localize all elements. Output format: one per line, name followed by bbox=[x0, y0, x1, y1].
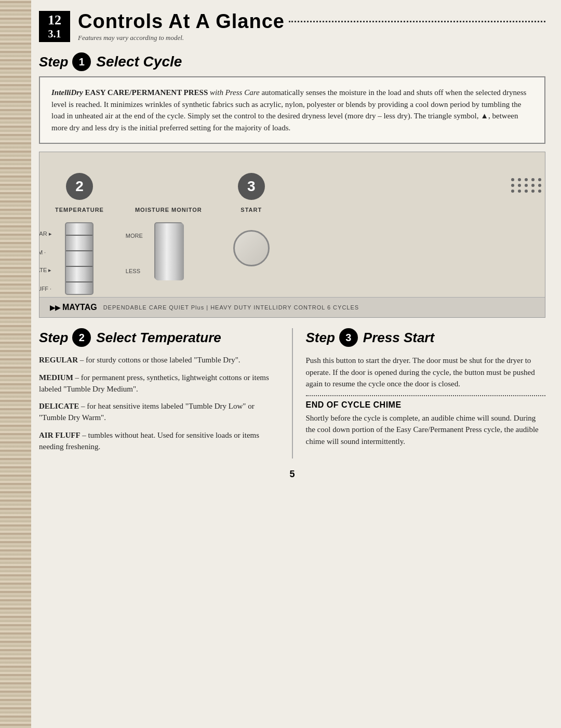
logo-top: 12 bbox=[48, 13, 61, 28]
step1-header: Step 1 Select Cycle bbox=[39, 52, 545, 71]
step3-text: Push this button to start the dryer. The… bbox=[306, 355, 546, 390]
page-number: 5 bbox=[39, 469, 545, 490]
brand-name-italic: IntelliDry bbox=[51, 88, 83, 97]
list-item: AIR FLUFF – tumbles without heat. Used f… bbox=[39, 430, 279, 453]
eoc-title: END OF CYCLE CHIME bbox=[306, 400, 546, 410]
dot bbox=[525, 184, 528, 187]
press-care-text: with Press Care bbox=[210, 88, 260, 97]
list-item: MEDIUM – for permanent press, synthetics… bbox=[39, 372, 279, 395]
moisture-labels: MORE LESS bbox=[126, 225, 143, 282]
less-label: LESS bbox=[126, 268, 143, 274]
delicate-term: DELICATE bbox=[39, 402, 79, 410]
more-label: MORE bbox=[126, 233, 143, 239]
opt-regular: REGULAR ▸ bbox=[39, 231, 52, 237]
control-panel: 2 TEMPERATURE REGULAR ▸ MEDIUM · DELICAT… bbox=[39, 152, 545, 305]
dots-decoration bbox=[511, 178, 542, 193]
dot bbox=[518, 184, 521, 187]
maytag-icon: ▶▶ bbox=[50, 304, 60, 312]
step2-title: Select Temperature bbox=[96, 330, 221, 346]
logo-box: 12 3.1 bbox=[39, 11, 70, 42]
step3-title: Press Start bbox=[363, 330, 434, 346]
step2-circle: 2 bbox=[66, 173, 93, 200]
end-of-cycle-section: END OF CYCLE CHIME Shortly before the cy… bbox=[306, 395, 546, 448]
airfluff-term: AIR FLUFF bbox=[39, 431, 81, 439]
start-button-visual bbox=[233, 230, 270, 266]
regular-term: REGULAR bbox=[39, 356, 78, 364]
dot bbox=[538, 184, 541, 187]
medium-def: – for permanent press, synthetics, light… bbox=[39, 373, 269, 393]
main-title: Controls At A Glance bbox=[78, 10, 285, 33]
dot bbox=[511, 190, 514, 193]
temperature-section: 2 TEMPERATURE REGULAR ▸ MEDIUM · DELICAT… bbox=[55, 173, 104, 295]
header-title-area: Controls At A Glance Features may vary a… bbox=[78, 10, 545, 42]
moisture-dial bbox=[154, 222, 183, 279]
page: 12 3.1 Controls At A Glance Features may… bbox=[0, 0, 561, 728]
description-box: IntelliDry EASY CARE/PERMANENT PRESS wit… bbox=[39, 76, 545, 144]
moisture-label: MOISTURE MONITOR bbox=[135, 207, 202, 213]
temperature-list: REGULAR – for sturdy cottons or those la… bbox=[39, 355, 279, 452]
step2-label: Step bbox=[39, 330, 68, 346]
dot bbox=[531, 178, 535, 181]
step2-header: Step 2 Select Temperature bbox=[39, 328, 279, 347]
step3-header: Step 3 Press Start bbox=[306, 328, 546, 347]
eoc-text: Shortly before the cycle is complete, an… bbox=[306, 412, 546, 448]
maytag-name: MAYTAG bbox=[62, 303, 97, 312]
step1-title: Select Cycle bbox=[96, 53, 182, 70]
dial-tick-1 bbox=[66, 235, 92, 236]
dial-tick-4 bbox=[66, 281, 92, 282]
page-subtitle: Features may vary according to model. bbox=[78, 34, 545, 42]
dot-grid bbox=[511, 178, 542, 193]
dial-tick-2 bbox=[66, 250, 92, 251]
opt-airfluff: AIR FLUFF · bbox=[39, 286, 52, 292]
bottom-section: Step 2 Select Temperature REGULAR – for … bbox=[39, 328, 545, 459]
left-border-decoration bbox=[0, 0, 31, 728]
dial-tick-3 bbox=[66, 266, 92, 267]
step2-header-circle: 2 bbox=[72, 328, 91, 347]
dot bbox=[511, 184, 514, 187]
start-label: START bbox=[241, 207, 262, 213]
step1-circle: 1 bbox=[72, 52, 91, 71]
temperature-dial bbox=[65, 222, 94, 295]
list-item: REGULAR – for sturdy cottons or those la… bbox=[39, 355, 279, 366]
temperature-dial-wrapper: REGULAR ▸ MEDIUM · DELICATE ▸ AIR FLUFF … bbox=[65, 222, 94, 295]
dot bbox=[525, 190, 528, 193]
dial-options: REGULAR ▸ MEDIUM · DELICATE ▸ AIR FLUFF … bbox=[39, 225, 52, 298]
dot bbox=[531, 190, 535, 193]
title-dots bbox=[289, 21, 545, 22]
start-button-area bbox=[233, 222, 270, 266]
step2-column: Step 2 Select Temperature REGULAR – for … bbox=[39, 328, 279, 459]
step3-header-circle: 3 bbox=[339, 328, 358, 347]
step3-column: Step 3 Press Start Push this button to s… bbox=[306, 328, 546, 459]
temperature-label: TEMPERATURE bbox=[55, 207, 104, 213]
regular-def: – for sturdy cottons or those labeled "T… bbox=[80, 356, 241, 364]
list-item: DELICATE – for heat sensitive items labe… bbox=[39, 401, 279, 424]
page-header: 12 3.1 Controls At A Glance Features may… bbox=[39, 10, 545, 45]
opt-delicate: DELICATE ▸ bbox=[39, 267, 52, 274]
brand-bar: ▶▶ MAYTAG DEPENDABLE CARE QUIET Plus | H… bbox=[39, 297, 545, 317]
dot bbox=[531, 184, 535, 187]
eoc-divider bbox=[306, 395, 546, 396]
moisture-section: MOISTURE MONITOR MORE LESS bbox=[135, 173, 202, 279]
dot bbox=[525, 178, 528, 181]
medium-term: MEDIUM bbox=[39, 373, 73, 382]
opt-medium: MEDIUM · bbox=[39, 249, 52, 255]
care-text: EASY CARE/PERMANENT PRESS bbox=[83, 88, 210, 97]
dot bbox=[518, 178, 521, 181]
appliance-diagram: 2 TEMPERATURE REGULAR ▸ MEDIUM · DELICAT… bbox=[39, 152, 545, 318]
moisture-knob-wrapper: MORE LESS bbox=[154, 222, 183, 279]
brand-specs: DEPENDABLE CARE QUIET Plus | HEAVY DUTY … bbox=[103, 304, 359, 311]
maytag-logo: ▶▶ MAYTAG bbox=[50, 303, 97, 312]
dot bbox=[518, 190, 521, 193]
dot bbox=[511, 178, 514, 181]
step3-label: Step bbox=[306, 330, 335, 346]
step3-circle: 3 bbox=[238, 173, 265, 200]
dot bbox=[538, 190, 541, 193]
logo-bottom: 3.1 bbox=[48, 28, 61, 39]
dot bbox=[538, 178, 541, 181]
column-divider bbox=[292, 328, 293, 459]
step1-label: Step bbox=[39, 54, 68, 70]
start-section: 3 START bbox=[233, 173, 270, 266]
